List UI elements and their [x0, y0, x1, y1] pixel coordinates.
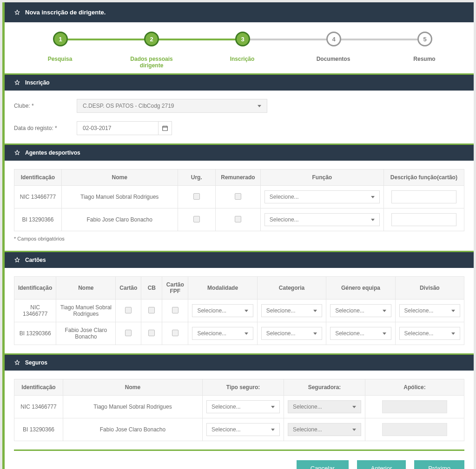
data-registo-input[interactable] [77, 121, 158, 135]
th-nome: Nome [61, 169, 178, 186]
chevron-down-icon [383, 310, 386, 312]
cell-id: BI 13290366 [14, 208, 62, 231]
table-row: BI 13290366Fabio Jose Claro BonachoSelec… [14, 208, 464, 231]
checkbox[interactable] [148, 330, 155, 336]
next-button[interactable]: Próximo [414, 460, 464, 469]
select-value: Selecione... [212, 426, 241, 433]
descricao-input[interactable] [391, 213, 456, 226]
select-dropdown[interactable]: Selecione... [330, 327, 391, 340]
select-value: Selecione... [212, 404, 241, 410]
select-dropdown[interactable]: Selecione... [399, 327, 460, 340]
th-nome: Nome [56, 277, 116, 300]
clube-dropdown[interactable]: C.DESP. OS PATOS - ClbCodg 2719 [77, 99, 267, 113]
checkbox[interactable] [172, 330, 178, 336]
checkbox[interactable] [235, 216, 241, 222]
cartoes-table: Identificação Nome Cartão CB Cartão FPF … [14, 276, 464, 345]
select-dropdown[interactable]: Selecione... [261, 327, 322, 340]
cell-nome: Fabio Jose Claro Bonacho [63, 418, 203, 441]
th-nome: Nome [63, 379, 203, 396]
th-id: Identificação [14, 379, 63, 396]
step-5[interactable]: 5 [417, 32, 432, 46]
th-func: Função [260, 169, 383, 186]
calendar-icon [162, 125, 168, 131]
chevron-down-icon [313, 310, 317, 312]
calendar-button[interactable] [158, 121, 172, 135]
select-value: Selecione... [266, 307, 296, 314]
select-dropdown[interactable]: Selecione... [192, 327, 253, 340]
select-value: Selecione... [197, 307, 226, 314]
select-value: Selecione... [404, 307, 434, 314]
step-1[interactable]: 1 [53, 32, 68, 46]
cell-nome: Tiago Manuel Sobral Rodrigues [61, 186, 178, 208]
section-agentes-header: Agentes desportivos [5, 143, 474, 161]
descricao-input[interactable] [391, 190, 456, 203]
cancel-button[interactable]: Cancelar [297, 460, 349, 469]
checkbox[interactable] [125, 307, 132, 313]
th-div: Divisão [395, 277, 464, 300]
chevron-down-icon [451, 332, 455, 335]
checkbox[interactable] [148, 307, 155, 313]
buttons-bar: Cancelar Anterior Próximo [5, 451, 474, 469]
section-cartoes-header: Cartões [5, 251, 474, 268]
chevron-down-icon [258, 105, 261, 107]
step-3-label: Inscrição [221, 56, 263, 62]
section-inscricao-body: Clube: * C.DESP. OS PATOS - ClbCodg 2719… [5, 91, 474, 143]
cell-id: BI 13290366 [14, 418, 63, 441]
select-dropdown[interactable]: Selecione... [288, 400, 361, 413]
select-value: Selecione... [335, 330, 364, 337]
th-cb: CB [141, 277, 162, 300]
th-id: Identificação [14, 277, 56, 300]
select-dropdown[interactable]: Selecione... [330, 304, 391, 317]
step-line [242, 39, 332, 40]
checkbox[interactable] [235, 193, 241, 200]
cell-nome: Fabio Jose Claro Bonacho [61, 208, 178, 231]
chevron-down-icon [271, 429, 275, 431]
checkbox[interactable] [172, 307, 178, 313]
table-row: NIC 13466777Tiago Manuel Sobral Rodrigue… [14, 186, 464, 208]
th-cfpf: Cartão FPF [162, 277, 188, 300]
step-2[interactable]: 2 [144, 32, 159, 46]
section-agentes-body: Identificação Nome Urg. Remunerado Funçã… [5, 161, 474, 231]
star-icon [14, 150, 20, 156]
select-dropdown[interactable]: Selecione... [206, 400, 280, 413]
apolice-input [382, 423, 447, 436]
table-row: BI 13290366Fabio Jose Claro BonachoSelec… [14, 418, 464, 441]
select-dropdown[interactable]: Selecione... [206, 423, 280, 436]
select-value: Selecione... [404, 330, 434, 337]
select-value: Selecione... [266, 330, 296, 337]
th-seg: Seguradora: [284, 379, 365, 396]
chevron-down-icon [383, 332, 386, 335]
step-4[interactable]: 4 [326, 32, 341, 46]
cell-id: NIC 13466777 [14, 186, 62, 208]
select-value: Selecione... [293, 426, 322, 433]
step-3[interactable]: 3 [235, 32, 250, 46]
checkbox[interactable] [125, 330, 132, 336]
data-registo-label: Data do registo: * [14, 125, 77, 131]
chevron-down-icon [271, 406, 275, 408]
star-icon [14, 79, 20, 86]
section-title: Cartões [25, 257, 46, 263]
select-dropdown[interactable]: Selecione... [192, 304, 253, 317]
select-dropdown[interactable]: Selecione... [261, 304, 322, 317]
select-value: Selecione... [335, 307, 364, 314]
svg-rect-0 [163, 126, 168, 130]
step-line [151, 39, 242, 40]
step-line [60, 39, 151, 40]
th-rem: Remunerado [216, 169, 261, 186]
section-inscricao-header: Inscrição [5, 73, 474, 91]
stepper: 1 Pesquisa 2 Dados pessoais dirigente 3 … [5, 22, 474, 73]
select-dropdown[interactable]: Selecione... [288, 423, 361, 436]
clube-value: C.DESP. OS PATOS - ClbCodg 2719 [83, 103, 174, 109]
cell-nome: Tiago Manuel Sobral Rodrigues [63, 396, 203, 418]
chevron-down-icon [371, 196, 375, 198]
clube-label: Clube: * [14, 103, 77, 109]
prev-button[interactable]: Anterior [357, 460, 406, 469]
select-value: Selecione... [270, 194, 299, 200]
select-dropdown[interactable]: Selecione... [264, 190, 380, 203]
th-id: Identificação [14, 169, 62, 186]
checkbox[interactable] [193, 216, 200, 222]
select-dropdown[interactable]: Selecione... [264, 213, 380, 226]
select-dropdown[interactable]: Selecione... [399, 304, 460, 317]
checkbox[interactable] [193, 193, 200, 200]
chevron-down-icon [352, 406, 356, 408]
